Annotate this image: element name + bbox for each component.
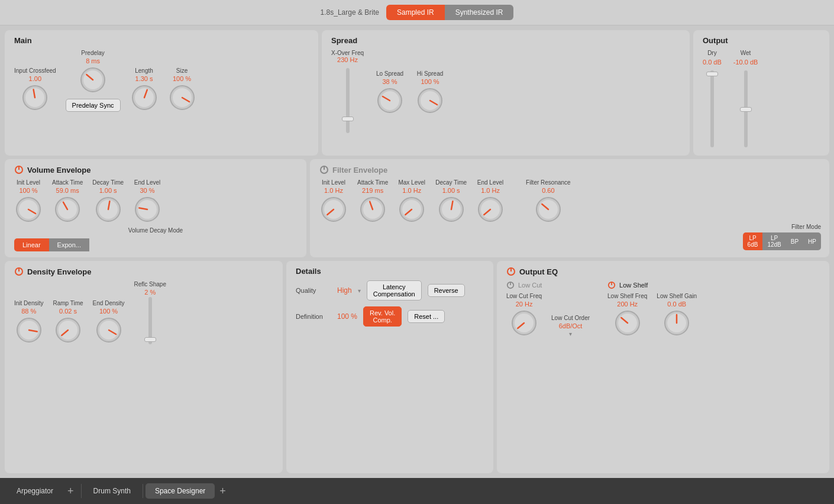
- low-cut-power-button[interactable]: [506, 281, 515, 289]
- volume-envelope-section: Volume Envelope Init Level 100 % Attack …: [5, 159, 306, 257]
- wet-value: -10.0 dB: [733, 59, 758, 66]
- density-env-power-button[interactable]: [14, 267, 24, 276]
- input-crossfeed-knob[interactable]: [21, 83, 49, 112]
- low-cut-subsection: Low Cut Low Cut Freq 20 Hz Low Cut Order: [506, 281, 590, 337]
- filter-attack-time-knob[interactable]: [358, 195, 387, 224]
- wet-thumb[interactable]: [740, 107, 752, 112]
- taskbar-add-after-arpeggiator[interactable]: +: [63, 484, 79, 499]
- init-density-group: Init Density 88 %: [14, 300, 43, 344]
- top-bar: 1.8s_Large & Brite Sampled IR Synthesize…: [0, 0, 834, 25]
- init-density-knob[interactable]: [15, 316, 43, 344]
- filter-decay-time-group: Decay Time 1.00 s: [435, 179, 467, 224]
- reverse-button[interactable]: Reverse: [428, 284, 465, 297]
- details-title: Details: [296, 267, 484, 276]
- length-knob[interactable]: [130, 83, 159, 112]
- preset-name: 1.8s_Large & Brite: [321, 8, 379, 17]
- vol-decay-time-group: Decay Time 1.00 s: [92, 179, 124, 224]
- low-shelf-power-button[interactable]: [607, 281, 616, 289]
- low-shelf-gain-knob[interactable]: [662, 309, 691, 337]
- synthesized-ir-button[interactable]: Synthesized IR: [445, 5, 514, 20]
- vol-decay-mode-container: Volume Decay Mode Linear Expon...: [14, 227, 297, 251]
- dry-thumb[interactable]: [706, 72, 718, 76]
- hi-spread-group: Hi Spread 100 %: [416, 70, 444, 115]
- filter-init-level-knob[interactable]: [319, 195, 348, 224]
- vol-end-level-knob[interactable]: [133, 195, 161, 224]
- dry-slider[interactable]: [710, 70, 714, 147]
- filter-env-power-button[interactable]: [319, 165, 329, 175]
- vol-attack-time-knob[interactable]: [53, 195, 82, 224]
- filter-decay-time-label: Decay Time: [435, 179, 467, 186]
- hi-spread-value: 100 %: [421, 78, 439, 85]
- reflc-shape-thumb[interactable]: [144, 337, 156, 342]
- low-shelf-freq-label: Low Shelf Freq: [607, 293, 647, 299]
- details-section: Details Quality High ▾ Latency Compensat…: [286, 261, 493, 473]
- low-cut-freq-knob[interactable]: [510, 309, 538, 337]
- filter-resonance-knob[interactable]: [534, 195, 563, 224]
- low-shelf-freq-knob[interactable]: [613, 309, 642, 337]
- reflc-shape-label: Reflc Shape: [134, 281, 166, 287]
- filter-mode-container: Filter Mode LP 6dB LP 12dB BP HP: [743, 224, 821, 250]
- rev-vol-comp-button[interactable]: Rev. Vol. Comp.: [363, 306, 402, 327]
- filter-decay-time-knob[interactable]: [437, 195, 466, 224]
- vol-env-power-button[interactable]: [14, 165, 24, 175]
- size-label: Size: [176, 67, 188, 74]
- predelay-group: Predelay 8 ms Predelay Sync: [66, 50, 121, 112]
- reset-button[interactable]: Reset ...: [408, 310, 445, 323]
- latency-compensation-button[interactable]: Latency Compensation: [367, 280, 422, 301]
- main-knobs-row: Input Crossfeed 1.00 Predelay 8 ms: [14, 50, 309, 112]
- filter-env-header: Filter Envelope: [319, 165, 820, 175]
- reflc-shape-group: Reflc Shape 2 %: [134, 281, 166, 344]
- taskbar-arpeggiator[interactable]: Arpeggiator: [7, 483, 63, 499]
- end-density-value: 100 %: [99, 308, 118, 315]
- output-eq-power-button[interactable]: [506, 267, 516, 276]
- exponential-mode-button[interactable]: Expon...: [49, 238, 89, 251]
- filter-mode-lp6db-button[interactable]: LP 6dB: [743, 232, 763, 250]
- x-over-freq-thumb[interactable]: [342, 117, 354, 121]
- taskbar-add-button[interactable]: +: [215, 484, 231, 499]
- x-over-freq-label: X-Over Freq: [331, 50, 364, 56]
- input-crossfeed-group: Input Crossfeed 1.00: [14, 67, 56, 112]
- filter-end-level-group: End Level 1.0 Hz: [476, 179, 505, 224]
- main-title: Main: [14, 36, 309, 45]
- wet-slider-group: Wet -10.0 dB: [733, 50, 758, 150]
- main-section: Main Input Crossfeed 1.00 Predelay: [5, 30, 318, 156]
- predelay-knob[interactable]: [79, 66, 107, 94]
- output-section: Output Dry 0.0 dB Wet -10.0 dB: [693, 30, 829, 156]
- vol-decay-time-knob[interactable]: [94, 195, 122, 224]
- filter-max-level-knob[interactable]: [397, 195, 426, 224]
- wet-slider[interactable]: [744, 70, 748, 147]
- vol-end-level-label: End Level: [134, 179, 160, 186]
- lo-spread-knob[interactable]: [376, 86, 404, 115]
- end-density-knob[interactable]: [95, 316, 123, 344]
- x-over-freq-slider[interactable]: [346, 68, 350, 133]
- low-cut-order-dropdown-icon[interactable]: ▾: [569, 331, 572, 337]
- filter-mode-bp-button[interactable]: BP: [786, 232, 803, 250]
- filter-mode-label: Filter Mode: [743, 224, 821, 230]
- hi-spread-knob[interactable]: [416, 86, 444, 115]
- sampled-ir-button[interactable]: Sampled IR: [386, 5, 445, 20]
- dry-label: Dry: [707, 50, 717, 56]
- reflc-shape-slider[interactable]: [148, 297, 152, 344]
- ramp-time-knob[interactable]: [54, 316, 82, 344]
- linear-mode-button[interactable]: Linear: [14, 238, 49, 251]
- size-knob[interactable]: [168, 83, 196, 112]
- length-group: Length 1.30 s: [130, 67, 159, 112]
- hi-spread-label: Hi Spread: [417, 70, 443, 77]
- output-title: Output: [703, 36, 820, 45]
- end-density-group: End Density 100 %: [93, 300, 125, 344]
- quality-dropdown-icon[interactable]: ▾: [358, 287, 361, 294]
- filter-max-level-group: Max Level 1.0 Hz: [397, 179, 426, 224]
- predelay-sync-button[interactable]: Predelay Sync: [66, 99, 121, 112]
- low-shelf-gain-value: 0.0 dB: [667, 301, 686, 308]
- quality-value: High: [337, 286, 352, 295]
- filter-end-level-knob[interactable]: [476, 195, 505, 224]
- filter-mode-hp-button[interactable]: HP: [803, 232, 821, 250]
- vol-init-level-knob[interactable]: [14, 195, 43, 224]
- low-shelf-gain-group: Low Shelf Gain 0.0 dB: [657, 293, 697, 337]
- vol-attack-time-label: Attack Time: [52, 179, 83, 186]
- taskbar-space-designer[interactable]: Space Designer: [146, 483, 215, 499]
- spread-section: Spread X-Over Freq 230 Hz Lo Spread 38 %: [322, 30, 690, 156]
- filter-mode-lp12db-button[interactable]: LP 12dB: [762, 232, 785, 250]
- taskbar-drum-synth[interactable]: Drum Synth: [84, 483, 140, 499]
- top-section: Main Input Crossfeed 1.00 Predelay: [5, 30, 829, 156]
